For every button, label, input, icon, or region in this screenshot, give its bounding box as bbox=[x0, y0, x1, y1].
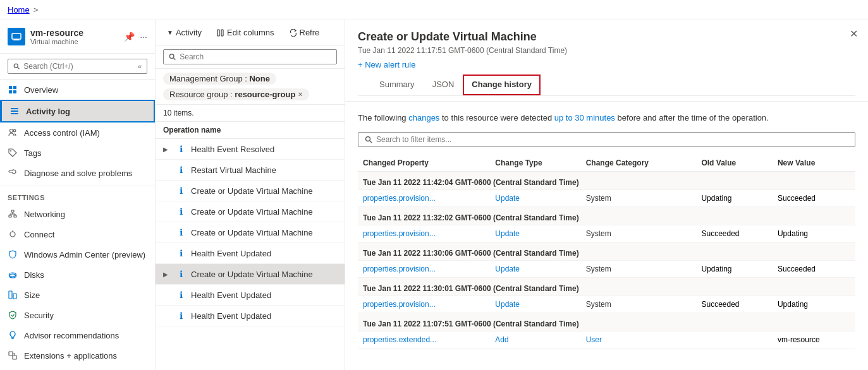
list-item[interactable]: ℹ Health Event Updated bbox=[156, 306, 345, 326]
search-icon bbox=[13, 63, 20, 70]
detail-title: Create or Update Virtual Machine bbox=[358, 30, 855, 44]
search-icon bbox=[169, 53, 176, 61]
svg-rect-6 bbox=[13, 86, 16, 89]
list-item[interactable]: ▶ ℹ Health Event Resolved bbox=[156, 139, 345, 160]
edit-columns-button[interactable]: Edit columns bbox=[213, 25, 278, 40]
list-column-header: Operation name bbox=[156, 122, 345, 139]
list-icon bbox=[9, 106, 20, 116]
pin-icon[interactable]: 📌 bbox=[124, 32, 135, 42]
sidebar-item-disks[interactable]: Disks bbox=[0, 265, 155, 285]
refresh-button[interactable]: Refre bbox=[286, 25, 324, 40]
table-row: properties.provision... Update System Up… bbox=[358, 260, 855, 277]
property-cell[interactable]: properties.provision... bbox=[358, 189, 490, 206]
change-type-cell: Update bbox=[490, 225, 580, 242]
category-cell: System bbox=[581, 225, 697, 242]
breadcrumb-home[interactable]: Home bbox=[8, 5, 30, 15]
col-changed-property: Changed Property bbox=[358, 155, 490, 172]
sidebar-item-label: Size bbox=[24, 290, 40, 300]
filter-search-box[interactable] bbox=[358, 132, 855, 147]
table-date-row: Tue Jan 11 2022 11:32:02 GMT-0600 (Centr… bbox=[358, 206, 855, 225]
info-icon: ℹ bbox=[176, 186, 186, 196]
tab-json[interactable]: JSON bbox=[424, 75, 463, 95]
activity-search-input[interactable] bbox=[180, 52, 331, 61]
svg-point-14 bbox=[10, 150, 11, 152]
change-type-cell: Add bbox=[490, 331, 580, 348]
date-cell: Tue Jan 11 2022 11:30:06 GMT-0600 (Centr… bbox=[358, 242, 855, 260]
sidebar-item-advisor[interactable]: Advisor recommendations bbox=[0, 325, 155, 345]
svg-point-13 bbox=[13, 129, 16, 132]
sidebar-item-label: Connect bbox=[24, 230, 54, 239]
management-group-filter: Management Group : None bbox=[163, 73, 276, 85]
more-icon[interactable]: ··· bbox=[140, 32, 147, 42]
item-text: Health Event Updated bbox=[191, 290, 337, 300]
resource-name: vm-resource bbox=[30, 28, 83, 38]
svg-rect-15 bbox=[11, 210, 14, 212]
sidebar: vm-resource Virtual machine 📌 ··· « Over… bbox=[0, 20, 156, 370]
sidebar-item-windows-admin[interactable]: Windows Admin Center (preview) bbox=[0, 244, 155, 265]
svg-rect-33 bbox=[13, 355, 16, 359]
item-text: Create or Update Virtual Machine bbox=[191, 186, 337, 196]
property-cell[interactable]: properties.provision... bbox=[358, 260, 490, 277]
category-cell: User bbox=[581, 331, 697, 348]
col-new-value: New Value bbox=[773, 155, 855, 172]
list-item[interactable]: ℹ Health Event Updated bbox=[156, 243, 345, 264]
sidebar-item-extensions[interactable]: Extensions + applications bbox=[0, 345, 155, 366]
svg-rect-9 bbox=[11, 108, 18, 109]
activity-button[interactable]: ▼ Activity bbox=[163, 25, 205, 40]
content-area: ▼ Activity Edit columns Refre bbox=[156, 20, 868, 370]
sidebar-item-activity-log[interactable]: Activity log bbox=[0, 100, 155, 122]
table-row: properties.provision... Update System Up… bbox=[358, 189, 855, 206]
sidebar-search-input[interactable] bbox=[23, 62, 134, 71]
activity-search-box[interactable] bbox=[163, 49, 337, 64]
date-cell: Tue Jan 11 2022 11:07:51 GMT-0600 (Centr… bbox=[358, 313, 855, 331]
change-type-cell: Update bbox=[490, 260, 580, 277]
info-icon: ℹ bbox=[176, 311, 186, 321]
sidebar-item-size[interactable]: Size bbox=[0, 285, 155, 305]
tag-icon bbox=[8, 148, 18, 158]
sidebar-item-connect[interactable]: Connect bbox=[0, 224, 155, 244]
list-item[interactable]: ℹ Restart Virtual Machine bbox=[156, 160, 345, 181]
svg-rect-35 bbox=[221, 30, 223, 36]
list-item[interactable]: ℹ Create or Update Virtual Machine bbox=[156, 222, 345, 243]
sidebar-item-overview[interactable]: Overview bbox=[0, 80, 155, 100]
sidebar-item-diagnose[interactable]: Diagnose and solve problems bbox=[0, 163, 155, 183]
property-cell[interactable]: properties.provision... bbox=[358, 295, 490, 313]
change-type-cell: Update bbox=[490, 189, 580, 206]
sidebar-item-tags[interactable]: Tags bbox=[0, 143, 155, 163]
list-item[interactable]: ℹ Create or Update Virtual Machine bbox=[156, 201, 345, 222]
sidebar-item-label: Access control (IAM) bbox=[24, 128, 100, 138]
list-item[interactable]: ℹ Create or Update Virtual Machine bbox=[156, 181, 345, 201]
vm-icon bbox=[8, 28, 25, 45]
plug-icon bbox=[8, 229, 18, 239]
svg-rect-2 bbox=[13, 40, 20, 40]
sidebar-item-security[interactable]: Security bbox=[0, 305, 155, 325]
svg-rect-29 bbox=[13, 294, 16, 299]
new-alert-rule-link[interactable]: + New alert rule bbox=[358, 60, 855, 69]
collapse-icon[interactable]: « bbox=[138, 63, 142, 70]
columns-icon bbox=[217, 29, 224, 37]
list-item[interactable]: ▶ ℹ Create or Update Virtual Machine bbox=[156, 264, 345, 285]
sidebar-item-access-control[interactable]: Access control (IAM) bbox=[0, 122, 155, 143]
category-cell: System bbox=[581, 260, 697, 277]
filter-close-icon[interactable]: ✕ bbox=[298, 91, 303, 98]
info-icon: ℹ bbox=[176, 165, 186, 175]
list-item[interactable]: ℹ Health Event Updated bbox=[156, 285, 345, 306]
refresh-icon bbox=[290, 29, 297, 37]
svg-rect-7 bbox=[9, 90, 12, 93]
property-cell[interactable]: properties.provision... bbox=[358, 225, 490, 242]
tab-change-history[interactable]: Change history bbox=[463, 75, 541, 95]
filter-search-input[interactable] bbox=[376, 135, 848, 144]
expand-arrow-icon: ▶ bbox=[163, 271, 171, 278]
tab-summary[interactable]: Summary bbox=[370, 75, 424, 95]
shield-icon bbox=[8, 310, 18, 320]
detail-subtitle: Tue Jan 11 2022 11:17:51 GMT-0600 (Centr… bbox=[358, 46, 855, 55]
sidebar-item-networking[interactable]: Networking bbox=[0, 204, 155, 224]
close-button[interactable]: ✕ bbox=[850, 28, 858, 40]
svg-point-12 bbox=[10, 129, 13, 133]
property-cell[interactable]: properties.extended... bbox=[358, 331, 490, 348]
table-date-row: Tue Jan 11 2022 11:30:01 GMT-0600 (Centr… bbox=[358, 277, 855, 295]
sidebar-search-box[interactable]: « bbox=[8, 59, 147, 74]
item-text: Create or Update Virtual Machine bbox=[191, 228, 337, 237]
new-value-cell: Updating bbox=[773, 225, 855, 242]
resource-group-filter: Resource group : resource-group ✕ bbox=[163, 88, 309, 100]
